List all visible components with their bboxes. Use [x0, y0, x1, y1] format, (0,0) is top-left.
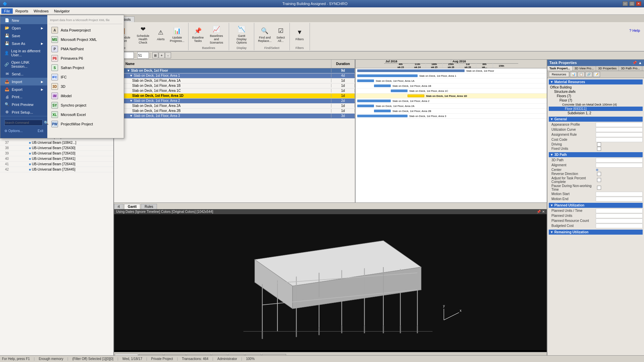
search-command-input[interactable] — [4, 120, 43, 126]
motion-end-input[interactable] — [596, 197, 643, 201]
reverse-direction-checkbox[interactable] — [597, 172, 601, 176]
planned-resource-count-input[interactable] — [596, 219, 643, 223]
import-primavera[interactable]: P6 Primavera P6 — [49, 54, 122, 63]
rp-tab-resource[interactable]: Resource Pro... — [642, 66, 644, 71]
rp-tab-3d-path[interactable]: 3D Path Pro... — [619, 66, 642, 71]
import-pma[interactable]: P PMA NetPoint — [49, 44, 122, 54]
gantt-display-button[interactable]: 📉 Gantt DisplayOptions — [231, 23, 252, 46]
tree-concrete-slab[interactable]: Concrete Slab on Metal Deck 100mm (4) — [549, 103, 643, 107]
menu-file[interactable]: File — [1, 8, 13, 14]
file-menu-save-as[interactable]: 💾 Save As ▶ — [0, 40, 47, 47]
rp-tab-task-props[interactable]: Task Propert... — [547, 66, 573, 71]
menu-navigator[interactable]: Navigator — [51, 8, 72, 14]
appearance-profile-input[interactable] — [596, 122, 643, 127]
table-row-area1d[interactable]: STO... Slab on Deck, 1st Floor, Area 1D … — [114, 94, 355, 99]
tree-floors[interactable]: Floors (7) — [549, 94, 643, 98]
import-ifc[interactable]: IFC IFC — [49, 72, 122, 82]
file-menu-open[interactable]: 📂 Open ▶ — [0, 24, 47, 32]
alerts-button[interactable]: ⚠ Alerts — [154, 27, 167, 42]
import-excel[interactable]: XL Microsoft Excel — [49, 110, 122, 119]
tree-row-38[interactable]: 38 ■ UB-Universal Beam [726430] — [0, 145, 113, 151]
close-button[interactable]: ✕ — [636, 1, 641, 6]
import-ms-project[interactable]: MS Microsoft Project XML — [49, 35, 122, 44]
cost-code-input[interactable] — [596, 137, 643, 142]
file-menu-send[interactable]: ✉ Send... — [0, 70, 47, 78]
adjust-task-percent-checkbox[interactable] — [597, 178, 601, 182]
file-menu-print-setup[interactable]: ⚙ Print Setup... — [0, 108, 47, 116]
right-panel-pin[interactable]: 📌 — [632, 61, 637, 65]
driving-checkbox[interactable] — [597, 142, 601, 146]
tree-row-41[interactable]: 41 ■ UB-Universal Beam [726443] — [0, 162, 113, 167]
fixed-units-checkbox[interactable] — [597, 147, 601, 151]
assignment-rule-input[interactable] — [596, 132, 643, 137]
file-menu-login[interactable]: 👤 Log in as different User... — [0, 47, 47, 59]
titlebar-controls[interactable]: ─ □ ✕ — [623, 1, 641, 6]
utilization-curve-input[interactable] — [596, 127, 643, 132]
budgeted-cost-input[interactable] — [596, 224, 643, 228]
alignment-input[interactable] — [596, 163, 643, 168]
tab-gantt[interactable]: Gantt — [124, 204, 140, 209]
tree-office-building[interactable]: Office Building — [549, 85, 643, 89]
section-general[interactable]: ▼ General — [549, 117, 643, 122]
tree-structure-dwfx[interactable]: Structure.dwfx — [549, 89, 643, 94]
exit-btn[interactable]: Exit — [38, 129, 43, 133]
table-row-area1a[interactable]: STO... Slab on Deck, 1st Floor, Area 1A … — [114, 78, 355, 83]
tab-rules[interactable]: Rules — [141, 204, 157, 209]
table-row-area2[interactable]: ▼ Slab on Deck, 1st Floor, Area 2 2d — [114, 99, 355, 104]
import-imodel[interactable]: iM iModel — [49, 91, 122, 101]
view-3d-close-btn[interactable]: ✕ — [542, 210, 545, 214]
section-remaining-util[interactable]: ▼ Remaining Utilization — [549, 230, 643, 235]
3d-path-input[interactable] — [596, 158, 643, 163]
subtab-icon1[interactable]: 📊 — [570, 72, 577, 77]
import-3d[interactable]: 3D 3D — [49, 82, 122, 91]
rp-tab-3d-properties[interactable]: 3D Properties — [596, 66, 619, 71]
import-asta[interactable]: A Asta Powerproject — [49, 25, 122, 35]
tree-row-37[interactable]: 37 ■ UB-Universal Beam [10842...] — [0, 140, 113, 145]
options-btn[interactable]: ⚙ Options... — [4, 129, 23, 133]
update-progress-button[interactable]: 📊 UpdateProgress... — [168, 25, 186, 44]
file-menu-print-preview[interactable]: 🔍 Print Preview — [0, 101, 47, 108]
right-panel-arrow[interactable]: ▲ — [638, 61, 642, 65]
file-menu-print[interactable]: 🖨 Print... — [0, 93, 47, 101]
import-projectwise[interactable]: PW ProjectWise Project — [49, 119, 122, 129]
view-3d-pin-btn[interactable]: 📌 — [537, 210, 541, 214]
menu-windows[interactable]: Windows — [31, 8, 51, 14]
filters-button[interactable]: ▼ Filters — [293, 27, 306, 42]
planned-units-input[interactable] — [596, 214, 643, 218]
help-button[interactable]: ? Help — [629, 28, 640, 33]
rp-tab-3d-view[interactable]: 3D View Pro... — [573, 66, 596, 71]
table-row-area1[interactable]: STO... ▼ Slab on Deck, 1st Floor, Area 1… — [114, 73, 355, 78]
find-replace-button[interactable]: 🔍 Find andReplace... — [256, 25, 273, 44]
section-planned-util[interactable]: ▼ Planned Utilization — [549, 203, 643, 208]
subtab-icon3[interactable]: 🔗 — [585, 72, 592, 77]
section-material-resources[interactable]: ▼ Material Resources — [549, 79, 643, 84]
motion-start-input[interactable] — [596, 192, 643, 196]
planned-units-time-input[interactable] — [596, 208, 643, 213]
tree-floor-693311[interactable]: Floor [693311] — [549, 107, 643, 111]
tree-row-39[interactable]: 39 ■ UB-Universal Beam [726433] — [0, 151, 113, 156]
file-menu-new[interactable]: 📄 New — [0, 16, 47, 24]
tab-report[interactable]: rt — [114, 204, 123, 209]
zoom-in-btn[interactable]: + — [159, 52, 165, 58]
menu-reports[interactable]: Reports — [13, 8, 31, 14]
file-menu-save[interactable]: 💾 Save — [0, 32, 47, 40]
file-menu-export[interactable]: 📤 Export ▶ — [0, 85, 47, 93]
tree-row-40[interactable]: 40 ■ UB-Universal Beam [726441] — [0, 156, 113, 162]
center-icon[interactable]: ⊕ — [596, 168, 598, 172]
file-menu-open-link[interactable]: 🔗 Open LINK Session... — [0, 59, 47, 70]
select-all-button[interactable]: ☑ SelectAll... — [274, 25, 287, 44]
table-row-area1c[interactable]: STO... Slab on Deck, 1st Floor, Area 1C … — [114, 88, 355, 94]
tree-floor-7[interactable]: Floor (7) — [549, 98, 643, 103]
table-row-area1b[interactable]: STO... Slab on Deck, 1st Floor, Area 1B … — [114, 83, 355, 88]
tree-row-42[interactable]: 42 ■ UB-Universal Beam [726445] — [0, 167, 113, 172]
baseline-tasks-button[interactable]: 📌 BaselineTasks — [191, 25, 206, 44]
file-menu-import[interactable]: 📥 Import ▶ — [0, 78, 47, 85]
subtab-icon4[interactable]: 📝 — [593, 72, 600, 77]
tree-subdivision[interactable]: Subdivision 1, 2 — [549, 111, 643, 115]
table-row-area2b[interactable]: STO... Slab on Deck, 1st Floor, Area 2B … — [114, 109, 355, 114]
table-row-area3[interactable]: ▼ Slab on Deck, 1st Floor, Area 3 3d — [114, 114, 355, 119]
minimize-button[interactable]: ─ — [623, 1, 628, 6]
table-row-group1[interactable]: ▼ Slab on Deck, 1st Floor 9d — [114, 68, 355, 73]
pause-non-working-checkbox[interactable] — [597, 186, 601, 190]
zoom-out-btn[interactable]: - — [165, 52, 171, 58]
